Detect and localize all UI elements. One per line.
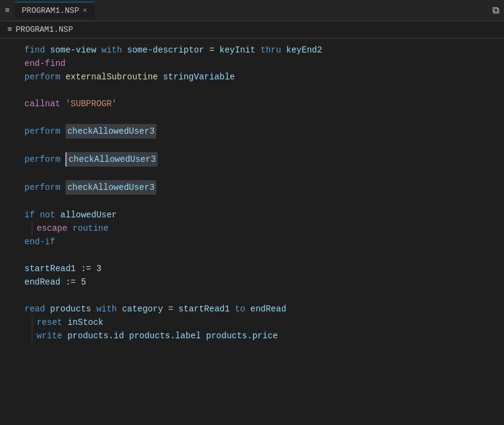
token-thru: thru [261,43,282,57]
title-bar: ≡ PROGRAM1.NSP × ⧉ [0,0,504,21]
token-callnat: callnat [24,97,60,111]
editor-tab[interactable]: PROGRAM1.NSP × [15,2,95,19]
breadcrumb-menu-icon[interactable]: ≡ [7,25,12,34]
breadcrumb-bar: ≡ PROGRAM1.NSP [0,21,504,38]
token-not: not [40,208,55,222]
code-line-13: if not allowedUser I [0,208,504,222]
token-end-if: end-if [24,235,55,249]
token-perform-3: perform [24,153,60,166]
token-endRead: endRead [24,275,60,289]
code-line-1: find some-view with some-descriptor = ke… [0,43,504,57]
code-line-20: read products with category = startRead1… [0,302,504,316]
token-write: write [37,329,62,343]
token-allowedUser: allowedUser [60,208,117,222]
code-line-18: endRead := 5 [0,275,504,289]
code-line-15: end-if [0,235,504,249]
token-routine: routine [73,222,109,235]
token-some-descriptor: some-descriptor [127,43,204,57]
token-read: read [24,302,45,316]
token-category: category [122,302,163,316]
token-some-view: some-view [50,43,97,57]
code-line-12 [0,195,504,208]
code-line-7: perform checkAllowedUser3 [0,124,504,139]
editor-area: find some-view with some-descriptor = ke… [0,38,504,347]
code-line-10 [0,167,504,180]
token-to: to [235,302,246,316]
token-endRead-val: endRead [250,302,287,316]
token-startRead1: startRead1 [24,262,76,275]
code-line-16 [0,249,504,262]
token-perform-1: perform [24,70,60,84]
tab-close-button[interactable]: × [82,7,87,15]
code-line-6 [0,111,504,124]
title-bar-left: ≡ PROGRAM1.NSP × [5,2,95,19]
token-subprogr: 'SUBPROGR' [65,97,117,111]
token-products: products [50,302,91,316]
token-inStock: inStock [67,316,103,329]
token-find: find [24,43,45,57]
code-line-22: write products.id products.label product… [0,329,504,343]
split-editor-icon[interactable]: ⧉ [492,5,499,16]
code-line-17: startRead1 := 3 [0,262,504,275]
token-checkAllowedUser3-3: checkAllowedUser3 [65,180,156,195]
token-end-find: end-find [24,57,65,70]
breadcrumb-path: PROGRAM1.NSP [16,25,73,34]
indent-guide-2 [32,316,32,329]
code-line-4 [0,84,504,97]
indent-guide-1 [32,222,32,235]
code-line-11: perform checkAllowedUser3 [0,180,504,195]
code-line-19 [0,289,504,302]
token-checkAllowedUser3-2: checkAllowedUser3 [65,152,158,167]
code-line-14: escape routine [0,222,504,235]
indent-guide-3 [32,329,32,343]
token-with: with [101,43,122,57]
token-stringVariable: stringVariable [163,70,235,84]
token-products-label: products.label [129,329,201,343]
token-with-2: with [97,302,117,316]
token-products-price: products.price [206,329,278,343]
token-externalSubroutine: externalSubroutine [65,70,158,84]
code-line-9: perform checkAllowedUser3 [0,152,504,167]
tab-label: PROGRAM1.NSP [22,6,79,15]
token-reset: reset [37,316,62,329]
token-perform-2: perform [24,125,60,138]
code-line-3: perform externalSubroutine stringVariabl… [0,70,504,84]
code-line-5: callnat 'SUBPROGR' [0,97,504,111]
code-line-2: end-find [0,57,504,70]
code-line-8 [0,139,504,152]
token-3: 3 [97,262,101,275]
token-keyEnd2: keyEnd2 [287,43,323,57]
token-5: 5 [81,275,86,289]
token-products-id: products.id [67,329,123,343]
token-startRead1-val: startRead1 [178,302,230,316]
token-escape: escape [37,222,67,235]
token-keyInit: keyInit [219,43,255,57]
code-line-21: reset inStock [0,316,504,329]
token-perform-4: perform [24,181,60,194]
token-if: if [24,208,35,222]
menu-icon[interactable]: ≡ [5,6,10,15]
token-checkAllowedUser3-1: checkAllowedUser3 [65,124,156,139]
